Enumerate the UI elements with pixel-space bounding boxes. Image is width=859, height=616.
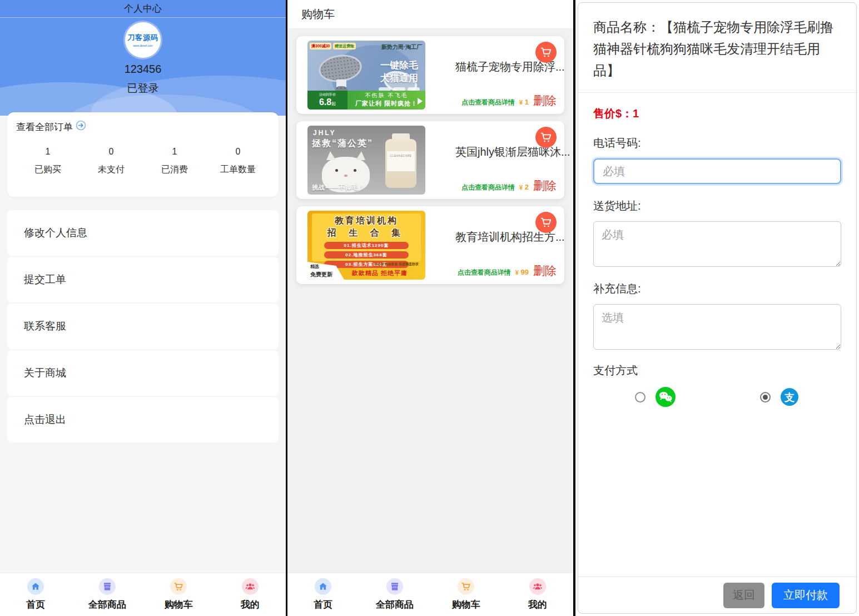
cart-badge-icon[interactable] <box>535 212 557 233</box>
view-detail-link[interactable]: 点击查看商品详情 <box>458 268 511 277</box>
cart-item[interactable]: 满300减30 赠送运费险 新势力周·淘工厂 一键除毛 犬猫通用 <box>296 36 564 114</box>
image-caption: 挑战——不掉毛！ <box>312 183 365 192</box>
promo-price-suffix: 起 <box>331 101 336 106</box>
view-all-orders-link[interactable]: 查看全部订单 <box>16 120 270 133</box>
list-bar: 01.招生话术1290套 <box>324 242 409 249</box>
store-icon <box>386 578 403 595</box>
cat-nose <box>344 175 347 177</box>
image-headline: 拯救“蒲公英” <box>312 138 373 150</box>
order-stats: 1 已购买 0 未支付 1 已消费 0 工单数量 <box>16 147 270 176</box>
tab-cart[interactable]: 购物车 <box>143 573 215 616</box>
alipay-icon: 支 <box>781 388 798 406</box>
back-button[interactable]: 返回 <box>723 583 764 608</box>
menu-item-logout[interactable]: 点击退出 <box>7 397 279 443</box>
page-title: 购物车 <box>301 7 335 22</box>
wechat-radio[interactable] <box>635 392 646 403</box>
product-image-pet-brush[interactable]: 满300减30 赠送运费险 新势力周·淘工厂 一键除毛 犬猫通用 <box>307 41 425 110</box>
stat-label: 已消费 <box>143 164 206 176</box>
tag: 免费更新 <box>310 271 341 279</box>
tab-label: 我的 <box>528 598 547 611</box>
cat-eye <box>335 169 338 172</box>
extra-info-input[interactable] <box>593 304 841 350</box>
menu-item-submit-ticket[interactable]: 提交工单 <box>7 257 279 302</box>
tab-all-products[interactable]: 全部商品 <box>359 573 431 616</box>
arrow-right-icon[interactable] <box>76 120 86 133</box>
price-line: 售价$：1 <box>593 106 841 121</box>
address-input[interactable] <box>593 221 841 267</box>
order-form-footer: 返回 立即付款 <box>578 577 856 613</box>
payment-option-wechat[interactable] <box>593 387 717 407</box>
view-detail-link[interactable]: 点击查看商品详情 <box>461 183 515 192</box>
personal-center-body: 查看全部订单 1 已购买 0 未支付 1 已消费 <box>0 116 286 573</box>
cart-item[interactable]: JHLY 拯救“蒲公英” CLEAN&CARE 挑战——不掉毛！ <box>296 121 564 199</box>
tab-cart[interactable]: 购物车 <box>430 573 502 616</box>
store-icon <box>99 578 116 595</box>
stat-label: 未支付 <box>80 164 143 176</box>
cat-eye <box>354 169 356 172</box>
cart-header: 购物车 <box>287 0 573 29</box>
promo-strip-text: 不伤肤 不飞毛 厂家让利 限时疯抢！ <box>347 91 425 110</box>
view-all-orders-label: 查看全部订单 <box>16 121 73 133</box>
pay-now-button[interactable]: 立即付款 <box>772 583 840 608</box>
home-icon <box>27 578 44 595</box>
tab-label: 首页 <box>314 598 332 611</box>
cart-item[interactable]: 教育培训机构 招 生 合 集 01.招生话术1290套 02.地推招生368套 … <box>296 206 564 284</box>
profile-menu: 修改个人信息 提交工单 联系客服 关于商城 点击退出 <box>0 210 286 443</box>
product-image-cat-shampoo[interactable]: JHLY 拯救“蒲公英” CLEAN&CARE 挑战——不掉毛！ <box>307 126 425 195</box>
profile-hero: 刀客源码 www.dkewl.com 123456 已登录 <box>0 18 286 116</box>
image-corner-text: 新势力周·淘工厂 <box>381 43 422 51</box>
menu-item-contact-support[interactable]: 联系客服 <box>7 304 279 349</box>
price-value: 1 <box>525 98 529 106</box>
stat-label: 已购买 <box>16 164 80 176</box>
payment-options: 支 <box>593 387 841 407</box>
image-headline-line2: 犬猫通用 <box>379 72 420 85</box>
bottom-nav: 首页 全部商品 购物车 我的 <box>0 573 286 616</box>
play-arrow-icon <box>418 98 423 105</box>
currency-symbol: ¥ <box>515 269 519 276</box>
promo-badge: 赠送运费险 <box>333 43 356 49</box>
cart-item-footer: 点击查看商品详情 ¥ 1 删除 <box>461 93 557 108</box>
stat-purchased[interactable]: 1 已购买 <box>16 147 80 176</box>
orders-stats-card: 查看全部订单 1 已购买 0 未支付 1 已消费 <box>7 112 279 197</box>
avatar[interactable]: 刀客源码 www.dkewl.com <box>125 22 161 58</box>
login-status: 已登录 <box>0 81 286 96</box>
menu-item-edit-profile[interactable]: 修改个人信息 <box>7 210 279 256</box>
cart-item-price: ¥ 1 <box>519 98 529 106</box>
tab-mine[interactable]: 我的 <box>502 573 574 616</box>
promo-line2: 厂家让利 限时疯抢！ <box>347 100 425 108</box>
divider <box>578 92 856 93</box>
promo-price: 活动到手价 6.8起 <box>307 91 347 110</box>
extra-info-label: 补充信息: <box>593 281 841 296</box>
cat-ear <box>326 151 336 160</box>
tab-all-products[interactable]: 全部商品 <box>72 573 143 616</box>
delete-button[interactable]: 删除 <box>533 263 557 279</box>
order-form-card: 商品名称：【猫梳子宠物专用除浮毛刷撸猫神器针梳狗狗猫咪毛发清理开结毛用品】 售价… <box>578 2 857 614</box>
delete-button[interactable]: 删除 <box>533 178 557 193</box>
payment-option-alipay[interactable]: 支 <box>717 387 841 407</box>
product-image-education[interactable]: 教育培训机构 招 生 合 集 01.招生话术1290套 02.地推招生368套 … <box>307 211 425 280</box>
tab-label: 我的 <box>241 598 260 611</box>
tab-home[interactable]: 首页 <box>0 573 72 616</box>
tab-mine[interactable]: 我的 <box>215 573 286 616</box>
image-headline: 一键除毛 犬猫通用 <box>379 59 420 91</box>
stat-tickets[interactable]: 0 工单数量 <box>206 147 270 176</box>
stat-value: 0 <box>80 147 143 157</box>
cart-item-price: ¥ 2 <box>519 183 529 191</box>
alipay-radio[interactable] <box>760 392 771 403</box>
cart-badge-icon[interactable] <box>535 127 557 148</box>
tab-home[interactable]: 首页 <box>287 573 359 616</box>
price-value: 2 <box>525 183 529 191</box>
cart-screen: 购物车 满300减30 赠送运费险 新势力周·淘工厂 一键除毛 犬猫通用 <box>287 0 573 616</box>
menu-item-about-mall[interactable]: 关于商城 <box>7 350 279 396</box>
image-title-line2: 招 生 合 集 <box>307 227 425 239</box>
stat-value: 1 <box>16 147 80 157</box>
image-slogan: 款款精品 拒绝平庸 <box>352 269 423 277</box>
phone-input[interactable] <box>593 158 841 184</box>
stat-consumed[interactable]: 1 已消费 <box>143 147 206 176</box>
view-detail-link[interactable]: 点击查看商品详情 <box>461 98 515 107</box>
cart-item-title[interactable]: 英国jhly银渐层猫咪沐... <box>455 145 570 160</box>
stat-unpaid[interactable]: 0 未支付 <box>80 147 143 176</box>
cart-badge-icon[interactable] <box>535 42 557 63</box>
delete-button[interactable]: 删除 <box>533 93 557 108</box>
promo-price-value: 6.8 <box>319 97 331 107</box>
